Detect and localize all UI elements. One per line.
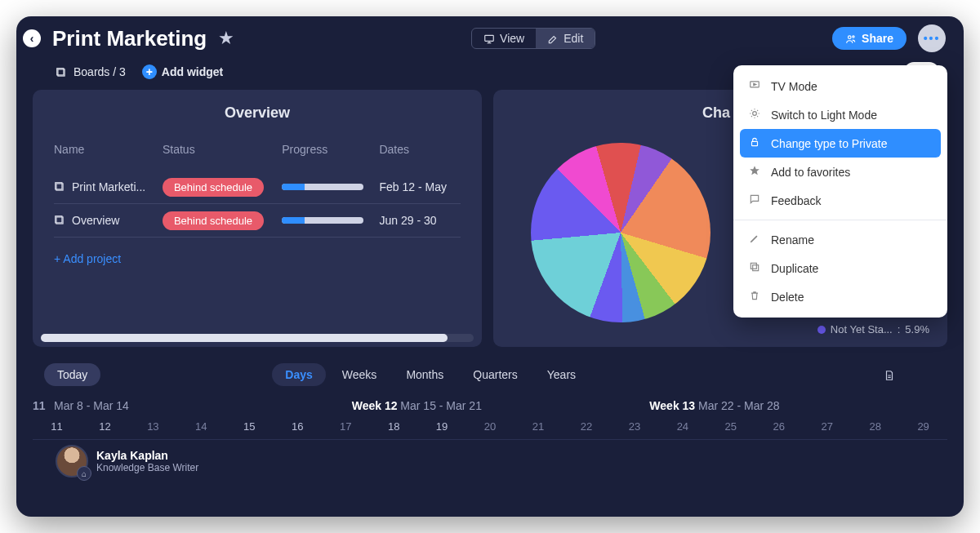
- range-tab-quarters[interactable]: Quarters: [460, 363, 530, 386]
- back-button[interactable]: ‹: [23, 29, 41, 47]
- menu-item-duplicate[interactable]: Duplicate: [733, 254, 947, 282]
- boards-link[interactable]: Boards / 3: [56, 65, 126, 78]
- menu-item-rename[interactable]: Rename: [733, 225, 947, 254]
- day-cell: 16: [274, 420, 322, 433]
- day-cell: 15: [225, 420, 274, 433]
- range-tab-months[interactable]: Months: [393, 363, 457, 386]
- legend-item: Not Yet Sta... : 5.9%: [817, 323, 929, 335]
- pencil-icon: [748, 233, 761, 247]
- feedback-icon: [748, 193, 761, 207]
- overview-title: Overview: [54, 104, 461, 122]
- menu-item-feedback[interactable]: Feedback: [733, 186, 947, 215]
- timeline-controls: Today DaysWeeksMonthsQuartersYears: [33, 358, 947, 391]
- week-cell: Week 13 Mar 22 - Mar 28: [649, 399, 947, 412]
- home-badge-icon: ⌂: [77, 466, 91, 481]
- monitor-icon: [483, 32, 495, 45]
- dates-cell: Jun 29 - 30: [379, 204, 461, 238]
- add-project-link[interactable]: + Add project: [54, 252, 121, 265]
- svg-rect-15: [751, 263, 756, 269]
- today-button[interactable]: Today: [44, 363, 100, 386]
- menu-item-switch-to-light-mode[interactable]: Switch to Light Mode: [733, 100, 947, 129]
- progress-bar: [282, 184, 363, 190]
- overview-table: Name Status Progress Dates Print Marketi…: [54, 143, 461, 238]
- status-badge: Behind schedule: [163, 211, 264, 230]
- plus-icon: +: [142, 64, 157, 79]
- col-progress: Progress: [282, 143, 379, 171]
- day-cell: 11: [33, 420, 81, 433]
- table-row[interactable]: Print Marketi...Behind scheduleFeb 12 - …: [54, 171, 461, 204]
- svg-point-1: [849, 36, 852, 39]
- svg-rect-14: [753, 265, 759, 271]
- day-cell: 20: [466, 420, 514, 433]
- col-status: Status: [163, 143, 282, 171]
- day-cell: 29: [899, 420, 947, 433]
- range-tab-weeks[interactable]: Weeks: [329, 363, 390, 386]
- sun-icon: [748, 108, 761, 122]
- range-tab-years[interactable]: Years: [534, 363, 589, 386]
- day-cell: 21: [514, 420, 563, 433]
- header: ‹ Print Marketing ★ View Edit: [16, 16, 964, 59]
- person-name: Kayla Kaplan: [96, 449, 198, 462]
- edit-icon: [547, 32, 559, 45]
- svg-rect-12: [752, 141, 758, 145]
- timeline: Today DaysWeeksMonthsQuartersYears 11Mar…: [16, 358, 964, 477]
- week-header-row: 11Mar 8 - Mar 14Week 12 Mar 15 - Mar 21W…: [33, 391, 947, 417]
- status-badge: Behind schedule: [163, 178, 264, 197]
- col-name: Name: [54, 143, 163, 171]
- svg-rect-0: [485, 35, 494, 41]
- svg-marker-13: [750, 166, 760, 175]
- view-edit-toggle: View Edit: [471, 28, 595, 49]
- dots-icon: •••: [924, 32, 941, 45]
- menu-item-change-type-to-private[interactable]: Change type to Private: [740, 129, 941, 158]
- pie-chart: [531, 143, 710, 322]
- project-icon: [54, 181, 65, 193]
- menu-item-tv-mode[interactable]: TV Mode: [733, 72, 947, 100]
- day-cell: 25: [706, 420, 755, 433]
- more-menu-button[interactable]: •••: [918, 24, 946, 52]
- range-tabs: DaysWeeksMonthsQuartersYears: [272, 363, 589, 386]
- day-header-row: 11121314151617181920212223242526272829: [33, 417, 947, 439]
- horizontal-scrollbar[interactable]: [41, 334, 474, 342]
- app-window: ‹ Print Marketing ★ View Edit: [16, 16, 964, 517]
- day-cell: 27: [803, 420, 851, 433]
- col-dates: Dates: [379, 143, 461, 171]
- trash-icon: [748, 290, 761, 304]
- svg-point-2: [853, 36, 854, 38]
- export-icon[interactable]: [884, 367, 895, 382]
- edit-tab[interactable]: Edit: [536, 29, 595, 48]
- avatar-wrap: ⌂: [56, 445, 88, 477]
- day-cell: 26: [755, 420, 803, 433]
- overview-panel: Overview Name Status Progress Dates Prin…: [33, 90, 482, 347]
- day-cell: 18: [370, 420, 418, 433]
- day-cell: 22: [562, 420, 610, 433]
- day-cell: 24: [658, 420, 706, 433]
- svg-point-11: [753, 112, 757, 116]
- copy-icon: [748, 261, 761, 275]
- svg-marker-10: [754, 83, 756, 85]
- star-icon: [748, 165, 761, 179]
- day-cell: 17: [322, 420, 370, 433]
- context-menu: TV ModeSwitch to Light ModeChange type t…: [733, 65, 947, 318]
- day-cell: 13: [129, 420, 177, 433]
- boards-icon: [56, 65, 67, 78]
- week-prefix: 11: [33, 399, 54, 412]
- day-cell: 28: [851, 420, 899, 433]
- add-widget-button[interactable]: + Add widget: [142, 64, 223, 79]
- menu-item-delete[interactable]: Delete: [733, 282, 947, 311]
- legend-dot: [817, 326, 826, 334]
- person-row[interactable]: ⌂ Kayla Kaplan Knowledge Base Writer: [33, 439, 947, 477]
- share-button[interactable]: Share: [832, 27, 906, 50]
- week-cell: Mar 8 - Mar 14: [54, 399, 352, 412]
- week-cell: Week 12 Mar 15 - Mar 21: [352, 399, 650, 412]
- table-row[interactable]: OverviewBehind scheduleJun 29 - 30: [54, 204, 461, 238]
- day-cell: 14: [177, 420, 225, 433]
- menu-item-add-to-favorites[interactable]: Add to favorites: [733, 158, 947, 186]
- favorite-star-icon[interactable]: ★: [218, 28, 234, 49]
- project-name: Print Marketi...: [72, 180, 145, 193]
- view-tab[interactable]: View: [472, 29, 536, 48]
- progress-bar: [282, 217, 363, 224]
- range-tab-days[interactable]: Days: [272, 363, 325, 386]
- project-icon: [54, 215, 65, 226]
- project-name: Overview: [72, 214, 119, 227]
- lock-icon: [748, 136, 761, 150]
